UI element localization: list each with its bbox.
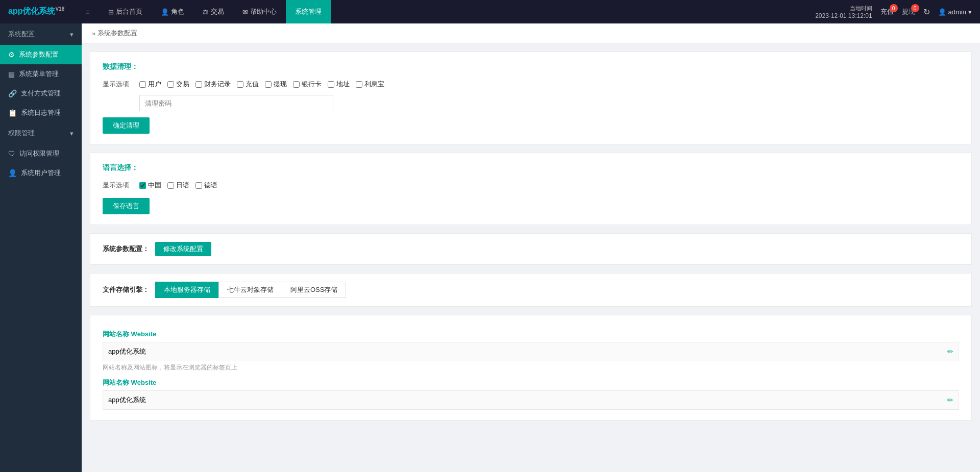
website-name2-block: 网站名称 Website ✏ bbox=[103, 378, 959, 410]
website-name2-input[interactable] bbox=[103, 391, 942, 409]
sidebar-item-sysmenu[interactable]: ▦ 系统菜单管理 bbox=[0, 64, 82, 84]
save-language-row: 保存语言 bbox=[103, 198, 959, 214]
sidebar-group-sysconfg[interactable]: 系统配置 ▾ bbox=[0, 23, 82, 45]
website-name1-input[interactable] bbox=[103, 342, 942, 361]
checkbox-bankcard-label: 银行卡 bbox=[302, 80, 322, 89]
nav-label-help: 帮助中心 bbox=[250, 7, 277, 16]
checkbox-japanese[interactable]: 日语 bbox=[167, 181, 189, 190]
sidebar-group-permission[interactable]: 权限管理 ▾ bbox=[0, 122, 82, 144]
sidebar-item-access[interactable]: 🛡 访问权限管理 bbox=[0, 144, 82, 163]
website-name1-hint: 网站名称及网站图标，将显示在浏览器的标签页上 bbox=[103, 363, 959, 372]
time-label: 当地时间 bbox=[815, 5, 872, 12]
clear-password-input[interactable] bbox=[139, 95, 333, 111]
sidebar-item-sysusers[interactable]: 👤 系统用户管理 bbox=[0, 163, 82, 183]
trade-icon: ⚖ bbox=[203, 8, 209, 16]
checkbox-bankcard-input[interactable] bbox=[293, 81, 300, 88]
nav-menu: ≡ ⊞ 后台首页 👤 角色 ⚖ 交易 ✉ 帮助中心 系统管理 bbox=[77, 0, 815, 23]
sidebar-group2-chevron-icon: ▾ bbox=[70, 130, 74, 137]
storage-qiniu-button[interactable]: 七牛云对象存储 bbox=[218, 282, 282, 298]
sidebar-group1-label: 系统配置 bbox=[8, 30, 35, 39]
nav-label-home: 后台首页 bbox=[116, 7, 142, 16]
checkbox-german[interactable]: 德语 bbox=[195, 181, 217, 190]
checkbox-trade-label: 交易 bbox=[176, 80, 189, 89]
checkbox-finance[interactable]: 财务记录 bbox=[195, 80, 231, 89]
nav-item-role[interactable]: 👤 角色 bbox=[152, 0, 193, 23]
website-name1-input-row: ✏ bbox=[103, 342, 959, 361]
checkbox-trade[interactable]: 交易 bbox=[167, 80, 189, 89]
checkbox-japanese-label: 日语 bbox=[176, 181, 189, 190]
file-storage-section: 文件存储引擎： 本地服务器存储 七牛云对象存储 阿里云OSS存储 bbox=[90, 273, 972, 307]
storage-aliyun-button[interactable]: 阿里云OSS存储 bbox=[282, 282, 346, 298]
checkbox-address-input[interactable] bbox=[328, 81, 334, 88]
storage-buttons-group: 本地服务器存储 七牛云对象存储 阿里云OSS存储 bbox=[155, 282, 346, 298]
nav-item-sysmanage[interactable]: 系统管理 bbox=[286, 0, 331, 23]
language-options-row: 显示选项 中国 日语 德语 bbox=[103, 181, 959, 190]
checkbox-lixibao-label: 利息宝 bbox=[364, 80, 384, 89]
checkbox-recharge-input[interactable] bbox=[237, 81, 243, 88]
checkbox-japanese-input[interactable] bbox=[167, 182, 174, 189]
save-language-button[interactable]: 保存语言 bbox=[103, 198, 150, 214]
checkbox-lixibao[interactable]: 利息宝 bbox=[356, 80, 384, 89]
sidebar-item-payment[interactable]: 🔗 支付方式管理 bbox=[0, 84, 82, 103]
confirm-clear-button[interactable]: 确定清理 bbox=[103, 117, 150, 134]
checkbox-user-label: 用户 bbox=[148, 80, 161, 89]
data-clear-section: 数据清理： 显示选项 用户 交易 财务记录 bbox=[90, 52, 972, 144]
checkbox-user-input[interactable] bbox=[139, 81, 146, 88]
user-menu[interactable]: 👤 admin ▾ bbox=[938, 8, 972, 16]
breadcrumb: » 系统参数配置 bbox=[82, 23, 980, 43]
checkbox-finance-label: 财务记录 bbox=[204, 80, 231, 89]
nav-label-role: 角色 bbox=[171, 7, 184, 16]
checkbox-lixibao-input[interactable] bbox=[356, 81, 362, 88]
help-icon: ✉ bbox=[242, 8, 248, 16]
user-icon: 👤 bbox=[938, 8, 946, 16]
checkbox-address[interactable]: 地址 bbox=[328, 80, 350, 89]
checkbox-withdraw-input[interactable] bbox=[265, 81, 272, 88]
checkbox-chinese-input[interactable] bbox=[139, 182, 146, 189]
sidebar-group1-chevron-icon: ▾ bbox=[70, 31, 74, 38]
role-icon: 👤 bbox=[161, 8, 169, 16]
website-name1-block: 网站名称 Website ✏ 网站名称及网站图标，将显示在浏览器的标签页上 bbox=[103, 330, 959, 372]
datetime-display: 2023-12-01 13:12:01 bbox=[815, 12, 872, 19]
website-name2-edit-icon[interactable]: ✏ bbox=[942, 396, 959, 404]
sidebar-label-sysusers: 系统用户管理 bbox=[21, 168, 61, 178]
refresh-button[interactable]: ↻ bbox=[923, 7, 930, 17]
main-layout: 系统配置 ▾ ⚙ 系统参数配置 ▦ 系统菜单管理 🔗 支付方式管理 📋 系统日志… bbox=[0, 23, 980, 472]
sidebar-item-sysparams[interactable]: ⚙ 系统参数配置 bbox=[0, 45, 82, 64]
checkbox-chinese-label: 中国 bbox=[148, 181, 161, 190]
website-name1-edit-icon[interactable]: ✏ bbox=[942, 347, 959, 356]
user-chevron-icon: ▾ bbox=[968, 8, 972, 16]
language-display-label: 显示选项 bbox=[103, 181, 133, 190]
checkbox-withdraw[interactable]: 提现 bbox=[265, 80, 287, 89]
storage-local-button[interactable]: 本地服务器存储 bbox=[155, 282, 219, 298]
checkbox-chinese[interactable]: 中国 bbox=[139, 181, 161, 190]
checkbox-recharge[interactable]: 充值 bbox=[237, 80, 259, 89]
checkbox-german-label: 德语 bbox=[204, 181, 217, 190]
time-block: 当地时间 2023-12-01 13:12:01 bbox=[815, 5, 872, 19]
checkbox-recharge-label: 充值 bbox=[246, 80, 259, 89]
withdraw-button[interactable]: 提现 0 bbox=[902, 7, 915, 16]
nav-item-help[interactable]: ✉ 帮助中心 bbox=[233, 0, 286, 23]
sidebar-group2-label: 权限管理 bbox=[8, 129, 35, 138]
file-storage-row: 文件存储引擎： 本地服务器存储 七牛云对象存储 阿里云OSS存储 bbox=[103, 282, 959, 298]
recharge-badge: 0 bbox=[890, 4, 898, 12]
nav-item-trade[interactable]: ⚖ 交易 bbox=[193, 0, 233, 23]
checkbox-finance-input[interactable] bbox=[195, 81, 202, 88]
menu-toggle-icon: ≡ bbox=[86, 8, 90, 16]
sidebar-label-syslog: 系统日志管理 bbox=[21, 108, 61, 117]
system-config-section: 系统参数配置： 修改系统配置 bbox=[90, 233, 972, 265]
data-clear-checkboxes: 用户 交易 财务记录 充值 bbox=[139, 80, 384, 89]
checkbox-user[interactable]: 用户 bbox=[139, 80, 161, 89]
nav-item-home[interactable]: ⊞ 后台首页 bbox=[99, 0, 152, 23]
checkbox-bankcard[interactable]: 银行卡 bbox=[293, 80, 322, 89]
checkbox-trade-input[interactable] bbox=[167, 81, 174, 88]
nav-toggle[interactable]: ≡ bbox=[77, 0, 99, 23]
system-config-label: 系统参数配置： bbox=[103, 244, 149, 254]
checkbox-german-input[interactable] bbox=[195, 182, 202, 189]
data-clear-password-row bbox=[103, 95, 959, 111]
recharge-button[interactable]: 充值 0 bbox=[880, 7, 894, 16]
modify-config-button[interactable]: 修改系统配置 bbox=[155, 242, 211, 256]
nav-right: 当地时间 2023-12-01 13:12:01 充值 0 提现 0 ↻ 👤 a… bbox=[815, 5, 980, 19]
sidebar-item-syslog[interactable]: 📋 系统日志管理 bbox=[0, 103, 82, 122]
withdraw-badge: 0 bbox=[911, 4, 919, 12]
confirm-clear-row: 确定清理 bbox=[103, 117, 959, 134]
